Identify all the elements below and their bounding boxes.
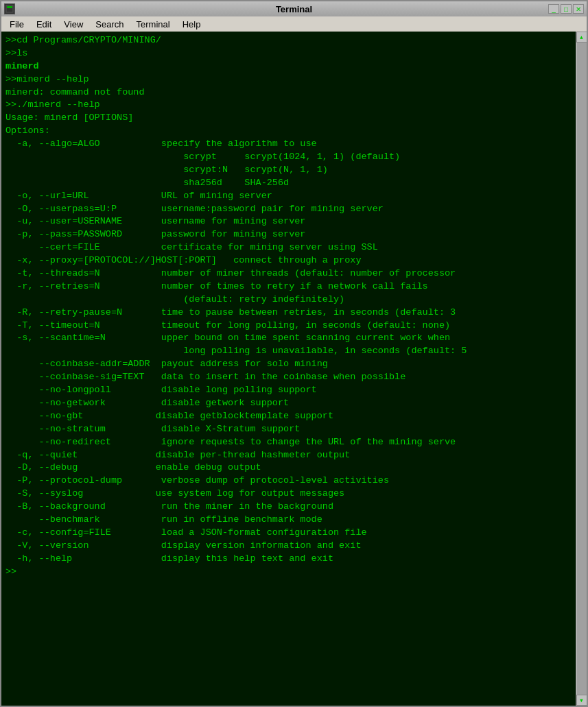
terminal-line: scrypt:N scrypt(N, 1, 1) — [5, 164, 572, 177]
window-icon — [4, 3, 15, 14]
terminal-line: --cert=FILE certificate for mining serve… — [5, 241, 572, 254]
terminal-line: -a, --algo=ALGO specify the algorithm to… — [5, 138, 572, 151]
terminal-line: -R, --retry-pause=N time to pause betwee… — [5, 307, 572, 320]
terminal-line: >>minerd --help — [5, 73, 572, 86]
menubar: File Edit View Search Terminal Help — [1, 16, 587, 32]
title-bar-left — [4, 3, 15, 14]
terminal-line: scrypt scrypt(1024, 1, 1) (default) — [5, 151, 572, 164]
terminal-line: --benchmark run in offline benchmark mod… — [5, 514, 572, 527]
menu-search[interactable]: Search — [90, 18, 129, 31]
terminal-line: --no-redirect ignore requests to change … — [5, 436, 572, 449]
terminal-line: -S, --syslog use system log for output m… — [5, 488, 572, 501]
window-controls: _ □ ✕ — [548, 4, 584, 14]
terminal-line: -s, --scantime=N upper bound on time spe… — [5, 332, 572, 345]
close-button[interactable]: ✕ — [573, 4, 584, 14]
terminal-line: --no-stratum disable X-Stratum support — [5, 423, 572, 436]
terminal-line: -p, --pass=PASSWORD password for mining … — [5, 228, 572, 241]
terminal-line: >>./minerd --help — [5, 99, 572, 112]
terminal-line: >>cd Programs/CRYPTO/MINING/ — [5, 34, 572, 47]
terminal-line: --coinbase-addr=ADDR payout address for … — [5, 358, 572, 371]
terminal-wrapper: >>cd Programs/CRYPTO/MINING/>>lsminerd>>… — [1, 32, 587, 706]
terminal-line: --no-getwork disable getwork support — [5, 397, 572, 410]
terminal-line: minerd: command not found — [5, 86, 572, 99]
terminal-line: Usage: minerd [OPTIONS] — [5, 112, 572, 125]
terminal-line: >> — [5, 566, 572, 579]
terminal-window: Terminal _ □ ✕ File Edit View Search Ter… — [0, 0, 588, 707]
menu-file[interactable]: File — [4, 18, 30, 31]
restore-button[interactable]: □ — [561, 4, 572, 14]
terminal-line: -q, --quiet disable per-thread hashmeter… — [5, 449, 572, 462]
terminal-line: -P, --protocol-dump verbose dump of prot… — [5, 475, 572, 488]
terminal-line: (default: retry indefinitely) — [5, 293, 572, 307]
terminal-line: -V, --version display version informatio… — [5, 540, 572, 553]
scroll-track[interactable] — [577, 43, 587, 695]
menu-view[interactable]: View — [58, 18, 89, 31]
terminal-line: -o, --url=URL URL of mining server — [5, 190, 572, 203]
terminal-line: -B, --background run the miner in the ba… — [5, 501, 572, 514]
svg-rect-1 — [7, 6, 12, 8]
terminal-line: -r, --retries=N number of times to retry… — [5, 280, 572, 293]
terminal-line: -u, --user=USERNAME username for mining … — [5, 215, 572, 228]
terminal-body[interactable]: >>cd Programs/CRYPTO/MINING/>>lsminerd>>… — [1, 32, 576, 706]
minimize-button[interactable]: _ — [548, 4, 559, 14]
terminal-line: --coinbase-sig=TEXT data to insert in th… — [5, 371, 572, 384]
terminal-line: >>ls — [5, 47, 572, 60]
scroll-down-button[interactable]: ▼ — [576, 695, 587, 706]
terminal-line: -t, --threads=N number of miner threads … — [5, 267, 572, 280]
terminal-line: minerd — [5, 60, 572, 73]
terminal-line: -D, --debug enable debug output — [5, 462, 572, 475]
scroll-up-button[interactable]: ▲ — [576, 32, 587, 43]
terminal-line: -h, --help display this help text and ex… — [5, 553, 572, 566]
window-title: Terminal — [276, 4, 312, 14]
terminal-line: -O, --userpass=U:P username:password pai… — [5, 203, 572, 216]
terminal-line: -T, --timeout=N timeout for long polling… — [5, 320, 572, 333]
menu-help[interactable]: Help — [177, 18, 207, 31]
menu-edit[interactable]: Edit — [31, 18, 57, 31]
terminal-line: sha256d SHA-256d — [5, 177, 572, 190]
terminal-line: -c, --config=FILE load a JSON-format con… — [5, 527, 572, 540]
menu-terminal[interactable]: Terminal — [131, 18, 176, 31]
terminal-line: long polling is unavailable, in seconds … — [5, 345, 572, 358]
terminal-line: Options: — [5, 125, 572, 138]
title-bar: Terminal _ □ ✕ — [1, 1, 587, 16]
terminal-line: --no-longpoll disable long polling suppo… — [5, 384, 572, 397]
vertical-scrollbar[interactable]: ▲ ▼ — [576, 32, 587, 706]
terminal-line: -x, --proxy=[PROTOCOL://]HOST[:PORT] con… — [5, 254, 572, 267]
terminal-line: --no-gbt disable getblocktemplate suppor… — [5, 410, 572, 423]
